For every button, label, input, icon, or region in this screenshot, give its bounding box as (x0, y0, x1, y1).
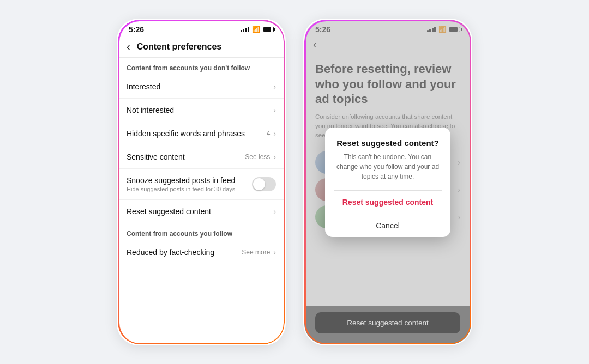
menu-item-hidden-words[interactable]: Hidden specific words and phrases 4 › (118, 122, 285, 145)
menu-item-snooze[interactable]: Snooze suggested posts in feed Hide sugg… (118, 169, 285, 200)
menu-right-not-interested: › (273, 106, 276, 114)
menu-item-content-4: Sensitive content (127, 153, 245, 161)
chevron-icon-sensitive: › (273, 153, 276, 161)
battery-icon (263, 27, 274, 32)
menu-label-fact-checking: Reduced by fact-checking (127, 248, 242, 257)
modal-overlay: Reset suggested content? This can't be u… (304, 20, 471, 344)
modal-box: Reset suggested content? This can't be u… (325, 128, 450, 237)
back-button-left[interactable]: ‹ (127, 40, 130, 53)
menu-right-interested: › (273, 82, 276, 91)
modal-title: Reset suggested content? (334, 138, 442, 148)
modal-cancel-button[interactable]: Cancel (334, 214, 442, 237)
menu-item-content: Interested (127, 82, 273, 91)
menu-right-sensitive: See less › (245, 153, 276, 161)
menu-sublabel-snooze: Hide suggested posts in feed for 30 days (127, 186, 252, 192)
wifi-icon: 📶 (252, 26, 260, 33)
menu-item-content-5: Snooze suggested posts in feed Hide sugg… (127, 176, 252, 192)
menu-item-not-interested[interactable]: Not interested › (118, 99, 285, 122)
modal-reset-button[interactable]: Reset suggested content (334, 190, 442, 214)
left-phone-inner: 5:26 📶 ‹ Content preferences Content fro… (118, 20, 285, 344)
menu-item-content-2: Not interested (127, 106, 273, 114)
menu-item-content-7: Reduced by fact-checking (127, 248, 242, 257)
menu-label-hidden-words: Hidden specific words and phrases (127, 129, 267, 138)
menu-right-snooze (252, 177, 276, 191)
badge-sensitive: See less (245, 153, 270, 161)
status-icons-left: 📶 (241, 26, 274, 33)
modal-desc: This can't be undone. You can change who… (334, 152, 442, 181)
snooze-toggle[interactable] (252, 177, 276, 191)
time-left: 5:26 (129, 25, 144, 34)
menu-item-interested[interactable]: Interested › (118, 75, 285, 99)
right-phone-wrapper: 5:26 📶 (303, 19, 472, 345)
menu-right-reset: › (273, 207, 276, 216)
badge-hidden-words: 4 (267, 130, 271, 137)
toggle-thumb (253, 178, 265, 190)
section-follow-header: Content from accounts you follow (118, 223, 285, 241)
right-phone-inner: 5:26 📶 (304, 20, 471, 344)
chevron-icon-fact-checking: › (273, 248, 276, 257)
menu-right-hidden-words: 4 › (267, 129, 276, 138)
menu-item-reset[interactable]: Reset suggested content › (118, 200, 285, 223)
chevron-icon-interested: › (273, 82, 276, 91)
nav-header-left: ‹ Content preferences (118, 36, 285, 58)
menu-right-fact-checking: See more › (242, 248, 276, 257)
menu-label-interested: Interested (127, 82, 273, 91)
menu-label-snooze: Snooze suggested posts in feed (127, 176, 252, 185)
menu-label-sensitive: Sensitive content (127, 153, 245, 161)
right-phone: 5:26 📶 (303, 19, 472, 345)
signal-icon (241, 27, 250, 32)
chevron-icon-hidden-words: › (273, 129, 276, 138)
chevron-icon-not-interested: › (273, 106, 276, 114)
chevron-icon-reset: › (273, 207, 276, 216)
menu-label-reset: Reset suggested content (127, 207, 273, 216)
section-dont-follow-header: Content from accounts you don't follow (118, 58, 285, 75)
menu-label-not-interested: Not interested (127, 106, 273, 114)
status-bar-left: 5:26 📶 (118, 20, 285, 36)
menu-item-content-6: Reset suggested content (127, 207, 273, 216)
menu-item-content-3: Hidden specific words and phrases (127, 129, 267, 138)
menu-item-fact-checking[interactable]: Reduced by fact-checking See more › (118, 241, 285, 264)
menu-item-sensitive[interactable]: Sensitive content See less › (118, 145, 285, 169)
page-title-left: Content preferences (137, 42, 222, 52)
left-phone: 5:26 📶 ‹ Content preferences Content fro… (117, 19, 286, 345)
badge-fact-checking: See more (242, 248, 270, 256)
